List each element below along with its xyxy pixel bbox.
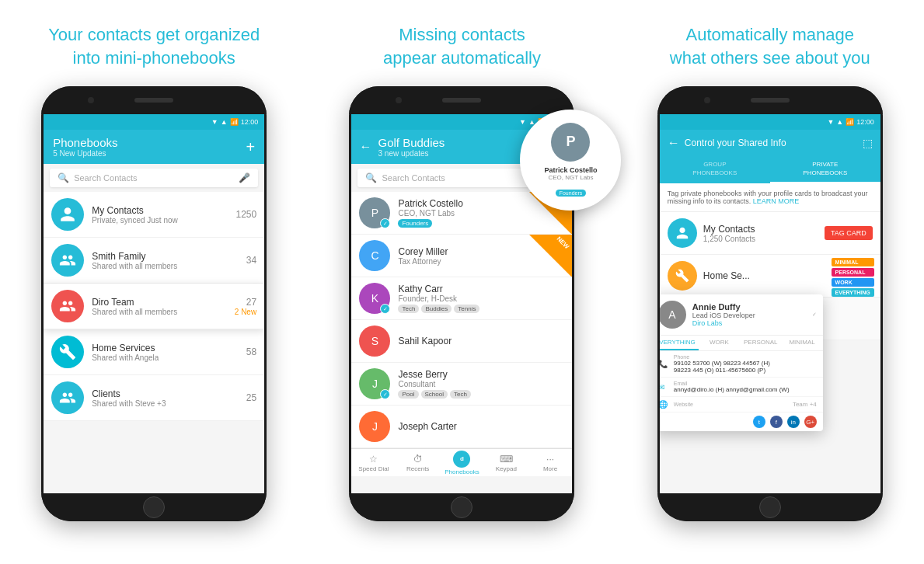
phonebooks-title: Phonebooks [53, 136, 117, 149]
home-button[interactable] [759, 496, 781, 518]
phone-3: ▼ ▲ 📶 12:00 ← Control your Shared Info ⬚ [657, 86, 883, 521]
annie-tab-personal[interactable]: PERSONAL [740, 336, 781, 350]
back-button[interactable]: ← [668, 136, 680, 150]
learn-more-link[interactable]: LEARN MORE [753, 197, 800, 205]
search-input[interactable]: Search Contacts [74, 173, 234, 183]
share-icon[interactable]: ⬚ [863, 137, 873, 149]
phone-icon: 📞 [660, 360, 669, 368]
home-button[interactable] [451, 496, 472, 518]
contact-title: Founder, H-Desk [398, 294, 564, 303]
back-button[interactable]: ← [359, 140, 371, 154]
tag-chip: Tech [450, 390, 471, 399]
nav-speed-dial[interactable]: ☆ Speed Dial [351, 454, 396, 472]
annie-tab-minimal[interactable]: MINIMAL [781, 336, 822, 350]
contact-name: Kathy Carr [398, 284, 564, 294]
contact-item-joseph[interactable]: J Joseph Carter [351, 406, 572, 448]
phonebooks-header: Phonebooks 5 New Updates + [44, 130, 264, 164]
phonebook-item-clients[interactable]: Clients Shared with Steve +3 25 [44, 375, 264, 421]
phonebook-item-smith-family[interactable]: Smith Family Shared with all members 34 [44, 238, 264, 284]
phonebook-item-home-services[interactable]: Home Services Shared with Angela 58 [44, 329, 264, 375]
minimal-badge: MINIMAL [832, 258, 874, 266]
tabs-bar: GROUPPHONEBOOKS PRIVATEPHONEBOOKS [660, 156, 880, 183]
annie-tab-everything[interactable]: EVERYTHING [660, 336, 699, 350]
shared-info-header: ← Control your Shared Info ⬚ [660, 130, 880, 156]
tag-card-button[interactable]: TAG CARD [825, 226, 873, 240]
mic-icon: 🎤 [239, 172, 250, 183]
tag-chip: Buddies [421, 305, 452, 313]
card-item-my-contacts[interactable]: My Contacts 1,250 Contacts TAG CARD [660, 212, 880, 255]
avatar: C [359, 240, 390, 271]
speaker [442, 98, 481, 103]
group-subtitle: 3 new updates [378, 149, 526, 158]
google-plus-icon[interactable]: G+ [804, 416, 817, 428]
phone-1-screen: ▼ ▲ 📶 12:00 Phonebooks 5 New Updates + [44, 114, 264, 493]
avatar [668, 218, 697, 248]
phonebook-name: Home Services [92, 343, 246, 353]
facebook-icon[interactable]: f [770, 416, 783, 428]
linkedin-icon[interactable]: in [787, 416, 800, 428]
everything-badge: EVERYTHING [832, 288, 874, 297]
phone-3-wrapper: ▼ ▲ 📶 12:00 ← Control your Shared Info ⬚ [657, 86, 883, 521]
tab-private-phonebooks[interactable]: PRIVATEPHONEBOOKS [770, 156, 880, 183]
nav-keypad[interactable]: ⌨ Keypad [484, 454, 528, 472]
nav-more[interactable]: ··· More [528, 454, 573, 472]
phonebooks-desc: Tag private phonebooks with your profile… [660, 183, 880, 212]
annie-avatar: A [660, 301, 686, 329]
contacts-list: NEW P ✓ Patrick Costello CEO, NGT Labs F… [351, 192, 572, 448]
phone-top-bar [41, 86, 267, 114]
nav-recents[interactable]: ⏱ Recents [396, 454, 440, 472]
verified-badge: ✓ [380, 304, 390, 314]
nav-label: Phonebooks [445, 468, 479, 475]
nav-label: Recents [406, 465, 429, 472]
avatar [51, 336, 84, 368]
contact-name: Joseph Carter [398, 421, 564, 432]
twitter-icon[interactable]: t [753, 416, 765, 428]
home-button[interactable] [143, 496, 165, 518]
personal-badge: PERSONAL [832, 268, 874, 277]
phonebook-item-my-contacts[interactable]: My Contacts Private, synced Just now 125… [44, 192, 264, 238]
card-item-home-services[interactable]: Home Se... MINIMAL PERSONAL WORK EVERYTH… [660, 255, 880, 298]
verified-badge: ✓ [380, 389, 390, 399]
contact-item-kathy[interactable]: K ✓ Kathy Carr Founder, H-Desk Tech Budd… [351, 277, 572, 320]
email-icon: ✉ [660, 383, 669, 392]
nav-label: Keypad [496, 465, 517, 472]
group-title: Golf Buddies [378, 136, 526, 149]
nav-phonebooks[interactable]: d Phonebooks [440, 451, 484, 475]
shared-info-title: Control your Shared Info [685, 138, 858, 148]
avatar: P ✓ [359, 197, 390, 228]
annie-tab-work[interactable]: WORK [699, 336, 740, 350]
tab-group-phonebooks[interactable]: GROUPPHONEBOOKS [660, 156, 770, 183]
contact-item-sahil[interactable]: S Sahil Kapoor [351, 320, 572, 363]
phonebook-item-diro-team[interactable]: Diro Team Shared with all members 27 2 N… [44, 284, 264, 329]
contact-item-corey[interactable]: NEW C Corey Miller Tax Attorney [351, 235, 572, 277]
phone-bottom-bar [349, 493, 574, 521]
phone-3-screen: ▼ ▲ 📶 12:00 ← Control your Shared Info ⬚ [660, 114, 880, 493]
phone-top-bar [657, 86, 883, 114]
annie-name: Annie Duffy [692, 302, 755, 312]
magnified-title: CEO, NGT Labs [548, 174, 593, 181]
website-label: Website [674, 402, 788, 407]
new-badge: 2 New [235, 308, 256, 316]
add-phonebook-button[interactable]: + [246, 138, 255, 156]
contact-item-jesse[interactable]: J ✓ Jesse Berry Consultant Pool School T… [351, 363, 572, 406]
phonebook-count: 25 [246, 392, 256, 403]
work-badge: WORK [832, 278, 874, 287]
col3-heading: Automatically managewhat others see abou… [670, 23, 870, 69]
avatar [51, 244, 84, 277]
keypad-icon: ⌨ [500, 454, 513, 465]
email-label: Email [674, 381, 817, 386]
annie-email-row: ✉ Email annyd@diro.io (H) annyd@gmail.co… [660, 378, 823, 397]
phonebook-name: Clients [92, 388, 246, 399]
column-3: Automatically managewhat others see abou… [616, 0, 924, 564]
magnified-tag: Founders [556, 190, 587, 197]
camera [88, 97, 94, 103]
search-bar[interactable]: 🔍 Search Contacts 🎤 [50, 169, 258, 187]
card-name: My Contacts [703, 224, 825, 235]
annie-website-row: 🌐 Website Team +4 [660, 397, 823, 413]
verified-badge: ✓ [380, 218, 390, 228]
contact-tags: Pool School Tech [398, 390, 564, 399]
tag-chip: School [421, 390, 448, 399]
avatar [668, 261, 697, 291]
phone-value-2: 98223 445 (O) 011-45675600 (P) [674, 367, 817, 374]
phone-value-1: 99102 53700 (W) 98223 44567 (H) [674, 360, 817, 367]
